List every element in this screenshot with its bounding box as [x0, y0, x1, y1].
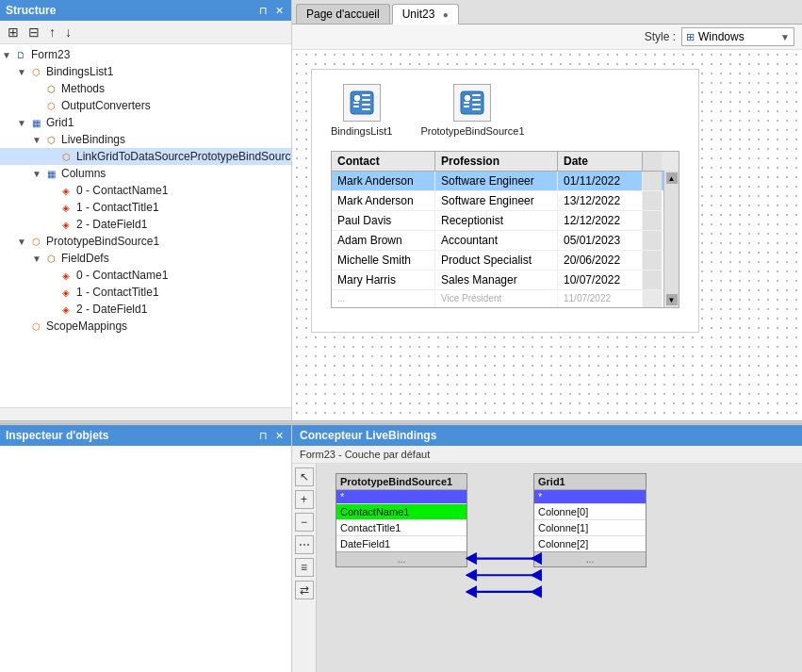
- tree-label-protobind: PrototypeBindSource1: [46, 235, 159, 248]
- tab-home[interactable]: Page d'accueil: [296, 4, 390, 24]
- ds-box-grid1[interactable]: Grid1 * Colonne[0] Colonne[1] Colonne[2]…: [533, 473, 647, 567]
- grid-row-3[interactable]: Adam Brown Accountant 05/01/2023: [332, 231, 679, 251]
- structure-toolbar-remove[interactable]: ⊟: [25, 24, 43, 41]
- grid-scroll-3: [643, 231, 662, 250]
- proto-icon: ⬡: [28, 234, 43, 249]
- cept-add-btn[interactable]: +: [295, 490, 314, 509]
- grid-row-1[interactable]: Mark Anderson Software Engineer 13/12/20…: [332, 191, 679, 211]
- grid-row-2[interactable]: Paul Davis Receptionist 12/12/2022: [332, 211, 679, 231]
- tree-item-outputconverters[interactable]: ▶ ⬡ OutputConverters: [0, 97, 291, 114]
- svg-rect-3: [353, 106, 359, 107]
- data-grid[interactable]: Contact Profession Date Mark Anderson So…: [331, 151, 679, 308]
- field-icon: ◈: [58, 200, 74, 215]
- grid-icon: ▦: [28, 115, 43, 130]
- ds-grid-col1: Colonne[1]: [534, 519, 646, 535]
- structure-hscrollbar[interactable]: [0, 407, 291, 420]
- cept-menu-btn[interactable]: ≡: [295, 558, 314, 577]
- structure-pin-btn[interactable]: ⊓: [257, 6, 270, 16]
- svg-rect-4: [362, 94, 370, 96]
- tree-item-fd0[interactable]: ▶ ◈ 0 - ContactName1: [0, 267, 291, 284]
- icon-item-bindingslist1[interactable]: BindingsList1: [331, 84, 392, 137]
- grid-cell-date-6: 11/07/2022: [558, 290, 643, 307]
- tab-unit23-close[interactable]: ●: [443, 9, 449, 20]
- grid-cell-profession-4: Product Specialist: [435, 251, 558, 270]
- tree-item-fd2[interactable]: ▶ ◈ 2 - DateField1: [0, 301, 291, 318]
- ds-field-contacttitle1: ContactTitle1: [336, 519, 466, 535]
- grid-cell-profession-6: Vice Président: [435, 290, 558, 307]
- svg-rect-5: [362, 99, 370, 101]
- tree-item-scopemappings[interactable]: ▶ ⬡ ScopeMappings: [0, 318, 291, 335]
- grid-scroll-2: [643, 211, 662, 230]
- structure-tree: ▼ 🗋 Form23 ▼ ⬡ BindingsList1 ▶ ⬡ Methods: [0, 44, 291, 407]
- expand-grid1[interactable]: ▼: [15, 116, 28, 129]
- grid-header-profession: Profession: [435, 152, 558, 171]
- style-select-dropdown[interactable]: ⊞ Windows ▼: [681, 27, 794, 46]
- output-icon: ⬡: [43, 98, 58, 113]
- tree-item-protobind[interactable]: ▼ ⬡ PrototypeBindSource1: [0, 233, 291, 250]
- tree-item-methods[interactable]: ▶ ⬡ Methods: [0, 80, 291, 97]
- structure-toolbar-up[interactable]: ↑: [45, 24, 59, 41]
- main-content: Page d'accueil Unit23 ● Style : ⊞ Window…: [292, 0, 802, 420]
- tree-item-col2[interactable]: ▶ ◈ 2 - DateField1: [0, 216, 291, 233]
- tree-item-columns[interactable]: ▼ ▦ Columns: [0, 165, 291, 182]
- tree-item-linkgrid[interactable]: ▶ ⬡ LinkGridToDataSourcePrototypeBindSou…: [0, 148, 291, 165]
- structure-header-actions: ⊓ ✕: [257, 6, 286, 16]
- structure-toolbar-add[interactable]: ⊞: [4, 24, 23, 41]
- tree-item-fd1[interactable]: ▶ ◈ 1 - ContactTitle1: [0, 284, 291, 301]
- cept-more-btn[interactable]: ⋯: [295, 535, 314, 554]
- ds-box-protobind[interactable]: PrototypeBindSource1 * ContactName1 Cont…: [336, 473, 467, 567]
- structure-close-btn[interactable]: ✕: [273, 6, 286, 16]
- canvas-area[interactable]: BindingsList1: [292, 50, 802, 420]
- tree-item-form23[interactable]: ▼ 🗋 Form23: [0, 46, 291, 63]
- form-design: BindingsList1: [311, 69, 699, 333]
- inspector-pin-btn[interactable]: ⊓: [257, 431, 270, 441]
- field-icon: ◈: [58, 217, 74, 232]
- grid-scrollbar[interactable]: ▲ ▼: [663, 171, 679, 307]
- grid-row-4[interactable]: Michelle Smith Product Specialist 20/06/…: [332, 251, 679, 270]
- grid-cell-date-3: 05/01/2023: [558, 231, 643, 250]
- grid-cell-contact-0: Mark Anderson: [332, 172, 435, 190]
- ds-box-proto-header: PrototypeBindSource1: [336, 474, 466, 490]
- structure-toolbar-down[interactable]: ↓: [61, 24, 75, 41]
- tree-item-livebindings[interactable]: ▼ ⬡ LiveBindings: [0, 131, 291, 148]
- grid-cell-profession-1: Software Engineer: [435, 191, 558, 210]
- tree-item-grid1[interactable]: ▼ ▦ Grid1: [0, 114, 291, 131]
- expand-form23[interactable]: ▼: [0, 48, 13, 61]
- expand-fielddefs[interactable]: ▼: [30, 252, 43, 265]
- icon-item-protobind[interactable]: PrototypeBindSource1: [420, 84, 524, 137]
- tree-item-fielddefs[interactable]: ▼ ⬡ FieldDefs: [0, 250, 291, 267]
- expand-bindingslist1[interactable]: ▼: [15, 65, 28, 78]
- inspector-close-btn[interactable]: ✕: [273, 431, 286, 441]
- scroll-down-btn[interactable]: ▼: [666, 294, 678, 305]
- inspector-actions: ⊓ ✕: [257, 431, 286, 441]
- tree-label-methods: Methods: [61, 82, 105, 95]
- cept-remove-btn[interactable]: −: [295, 513, 314, 532]
- expand-columns[interactable]: ▼: [30, 167, 43, 180]
- expand-protobind[interactable]: ▼: [15, 235, 28, 248]
- grid-cell-date-1: 13/12/2022: [558, 191, 643, 210]
- ds-box-grid1-footer: ...: [534, 551, 646, 566]
- tab-unit23[interactable]: Unit23 ●: [392, 4, 459, 25]
- fielddefs-icon: ⬡: [43, 251, 58, 266]
- structure-toolbar: ⊞ ⊟ ↑ ↓: [0, 21, 291, 44]
- field-icon: ◈: [58, 302, 74, 317]
- windows-icon: ⊞: [686, 31, 695, 43]
- scroll-up-btn[interactable]: ▲: [666, 172, 678, 184]
- cept-cursor-btn[interactable]: ↖: [295, 467, 314, 486]
- tree-item-col0[interactable]: ▶ ◈ 0 - ContactName1: [0, 182, 291, 199]
- link-icon: ⬡: [58, 149, 74, 164]
- cept-connect-btn[interactable]: ⇄: [295, 581, 314, 599]
- grid-row-0[interactable]: Mark Anderson Software Engineer 01/11/20…: [332, 172, 679, 191]
- concepteur-toolbar: ↖ + − ⋯ ≡ ⇄: [292, 464, 317, 672]
- livebind-icon: ⬡: [43, 132, 58, 147]
- form-icon: 🗋: [13, 47, 28, 62]
- grid-row-5[interactable]: Mary Harris Sales Manager 10/07/2022: [332, 270, 679, 290]
- canvas-dotted: BindingsList1: [292, 50, 802, 420]
- tree-item-bindingslist1[interactable]: ▼ ⬡ BindingsList1: [0, 63, 291, 80]
- grid-row-6[interactable]: ... Vice Président 11/07/2022: [332, 290, 679, 307]
- tree-item-col1[interactable]: ▶ ◈ 1 - ContactTitle1: [0, 199, 291, 216]
- expand-livebindings[interactable]: ▼: [30, 133, 43, 146]
- grid-scroll-4: [643, 251, 662, 270]
- concepteur-canvas[interactable]: PrototypeBindSource1 * ContactName1 Cont…: [317, 464, 802, 672]
- grid-cell-contact-4: Michelle Smith: [332, 251, 435, 270]
